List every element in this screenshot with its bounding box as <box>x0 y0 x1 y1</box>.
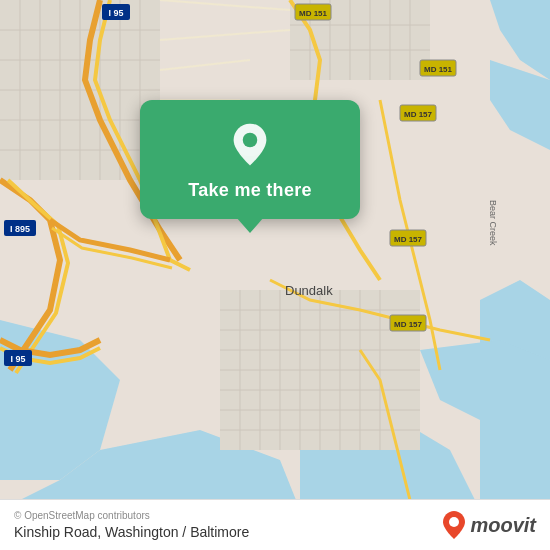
bottom-bar: © OpenStreetMap contributors Kinship Roa… <box>0 499 550 550</box>
svg-text:MD 157: MD 157 <box>394 320 423 329</box>
moovit-brand-text: moovit <box>470 514 536 537</box>
take-me-there-button[interactable]: Take me there <box>188 180 312 201</box>
location-label: Kinship Road, Washington / Baltimore <box>14 524 249 540</box>
moovit-pin-icon <box>442 511 466 539</box>
svg-text:MD 151: MD 151 <box>424 65 453 74</box>
svg-text:Bear Creek: Bear Creek <box>488 200 498 246</box>
svg-point-70 <box>243 133 258 148</box>
location-pin-icon <box>225 120 275 170</box>
svg-text:MD 151: MD 151 <box>299 9 328 18</box>
svg-text:I 895: I 895 <box>10 224 30 234</box>
svg-text:MD 157: MD 157 <box>404 110 433 119</box>
svg-text:I 95: I 95 <box>10 354 25 364</box>
moovit-logo: moovit <box>442 511 536 539</box>
svg-text:MD 157: MD 157 <box>394 235 423 244</box>
svg-point-71 <box>449 517 459 527</box>
svg-text:Dundalk: Dundalk <box>285 283 333 298</box>
svg-text:I 95: I 95 <box>108 8 123 18</box>
popup-card[interactable]: Take me there <box>140 100 360 219</box>
bottom-left-info: © OpenStreetMap contributors Kinship Roa… <box>14 510 249 540</box>
copyright-text: © OpenStreetMap contributors <box>14 510 249 521</box>
map-container: Bear Creek Dundalk I 95 I 895 I 95 MD 15… <box>0 0 550 550</box>
map-svg: Bear Creek Dundalk I 95 I 895 I 95 MD 15… <box>0 0 550 510</box>
